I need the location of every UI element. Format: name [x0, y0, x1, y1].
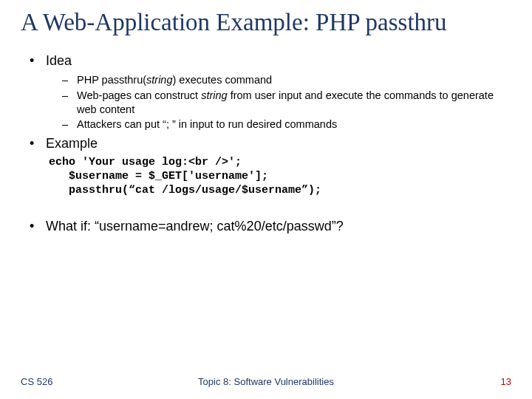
- slide-title: A Web-Application Example: PHP passthru: [21, 9, 511, 37]
- idea-sub-2: Attackers can put “; ” in input to run d…: [62, 117, 511, 132]
- code-block: echo 'Your usage log:<br />'; $username …: [49, 156, 511, 197]
- bullet-example: Example echo 'Your usage log:<br />'; $u…: [30, 136, 511, 197]
- bullet-example-label: Example: [46, 136, 98, 151]
- idea-sub-0: PHP passthru(string) executes command: [62, 73, 511, 87]
- bullet-idea-label: Idea: [46, 53, 72, 68]
- bullet-list: Idea PHP passthru(string) executes comma…: [21, 53, 511, 234]
- bullet-idea: Idea PHP passthru(string) executes comma…: [30, 53, 511, 132]
- bullet-whatif-label: What if: “username=andrew; cat%20/etc/pa…: [46, 219, 344, 233]
- idea-sub-1: Web-pages can construct string from user…: [62, 89, 511, 117]
- slide: A Web-Application Example: PHP passthru …: [0, 0, 532, 399]
- footer: CS 526 Topic 8: Software Vulnerabilities…: [0, 376, 532, 387]
- bullet-whatif: What if: “username=andrew; cat%20/etc/pa…: [30, 219, 511, 234]
- idea-sublist: PHP passthru(string) executes command We…: [46, 73, 511, 132]
- footer-topic: Topic 8: Software Vulnerabilities: [198, 376, 334, 387]
- footer-course: CS 526: [21, 376, 52, 387]
- footer-page-number: 13: [501, 376, 511, 387]
